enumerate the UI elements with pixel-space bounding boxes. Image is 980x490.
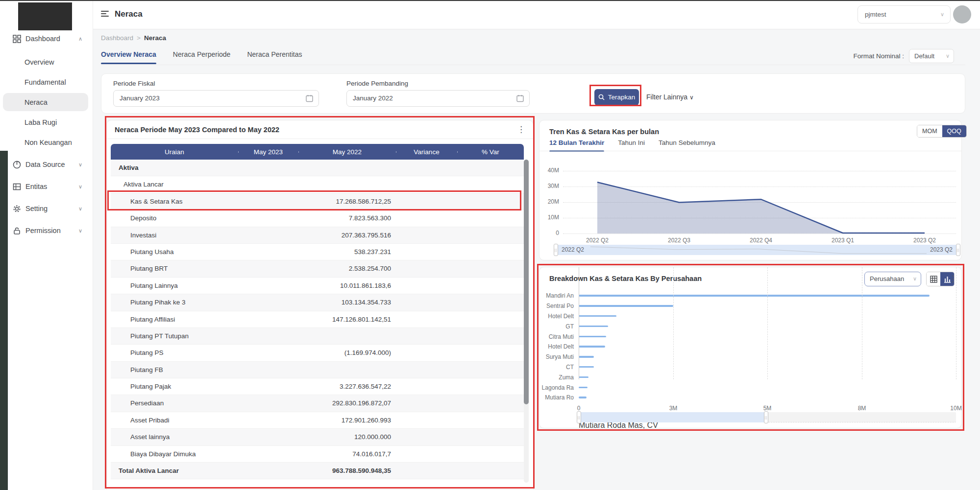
- bar-row[interactable]: CT: [539, 362, 956, 373]
- tab-tahun-ini[interactable]: Tahun Ini: [618, 139, 645, 151]
- table-row[interactable]: Piutang PT Tutupan: [111, 328, 524, 345]
- x-axis-tick: 0: [577, 405, 581, 412]
- periode-pembanding-input[interactable]: January 2022: [346, 90, 530, 107]
- table-row[interactable]: Aktiva: [111, 160, 524, 176]
- table-view-button[interactable]: [927, 272, 940, 286]
- row-label: Aktiva: [119, 164, 139, 171]
- table-row[interactable]: Piutang Lainnya10.011.861.183,6: [111, 278, 524, 294]
- slider-handle-right[interactable]: ||: [956, 244, 960, 256]
- column-header[interactable]: Uraian: [111, 148, 238, 156]
- table-row[interactable]: Piutang PS(1.169.974.000): [111, 345, 524, 361]
- slider-handle-left[interactable]: ||: [577, 411, 581, 423]
- bar[interactable]: [579, 397, 587, 398]
- avatar[interactable]: [953, 5, 971, 23]
- chevron-down-icon: ∨: [78, 162, 82, 168]
- bar-row[interactable]: Lagonda Ra: [539, 382, 956, 393]
- tab-overview-neraca[interactable]: Overview Neraca: [101, 50, 156, 64]
- bar[interactable]: [579, 356, 594, 358]
- sidebar-item-neraca[interactable]: Neraca: [24, 95, 48, 110]
- menu-icon[interactable]: [101, 11, 109, 18]
- sidebar-item-fundamental[interactable]: Fundamental: [24, 75, 66, 90]
- tab-neraca-perentitas[interactable]: Neraca Perentitas: [247, 50, 302, 64]
- column-header[interactable]: May 2023: [238, 148, 298, 156]
- row-label: Asset lainnya: [130, 433, 170, 441]
- sidebar-item-entitas[interactable]: Entitas ∨: [0, 179, 93, 194]
- table-row[interactable]: Biaya Dibayar Dimuka74.016.017,7: [111, 446, 524, 463]
- breadcrumb-root[interactable]: Dashboard: [101, 34, 133, 42]
- qoq-button[interactable]: QOQ: [942, 125, 966, 137]
- bar-row[interactable]: Hotel Delt: [539, 342, 956, 352]
- bar[interactable]: [579, 326, 608, 327]
- window-top-border: [0, 0, 980, 1]
- bar-row[interactable]: Surya Muti: [539, 352, 956, 362]
- column-header[interactable]: % Var: [457, 148, 524, 156]
- sidebar-item-data-source[interactable]: Data Source ∨: [0, 157, 93, 172]
- table-row[interactable]: Asset lainnya120.000.000: [111, 429, 524, 445]
- bar-row[interactable]: GT: [539, 321, 956, 331]
- bar[interactable]: [579, 295, 930, 297]
- table-row[interactable]: Asset Pribadi172.901.260.993: [111, 412, 524, 429]
- table-row[interactable]: Piutang Pajak3.227.636.547,22: [111, 378, 524, 395]
- bar-row[interactable]: Zuma: [539, 372, 956, 382]
- table-row[interactable]: Investasi207.363.795.516: [111, 227, 524, 244]
- bar-row[interactable]: Sentral Po: [539, 301, 956, 311]
- format-nominal-select[interactable]: Default ∨: [909, 49, 954, 63]
- column-header[interactable]: Variance: [396, 148, 457, 156]
- bar[interactable]: [579, 315, 616, 317]
- bar[interactable]: [579, 346, 605, 348]
- table-row[interactable]: Persediaan292.830.196.872,07: [111, 395, 524, 412]
- table-row[interactable]: Piutang Pihak ke 3103.134.354.733: [111, 294, 524, 311]
- trend-card: Tren Kas & Setara Kas per bulan MOM QOQ …: [539, 120, 962, 260]
- tab-12-bulan-terakhir[interactable]: 12 Bulan Terakhir: [549, 139, 604, 151]
- scrollbar-thumb[interactable]: [524, 160, 529, 404]
- sidebar-item-setting[interactable]: Setting ∨: [0, 201, 93, 216]
- terapkan-button[interactable]: Terapkan: [594, 89, 639, 105]
- row-value: 207.363.795.516: [297, 232, 391, 239]
- sidebar-item-permission[interactable]: Permission ∨: [0, 223, 93, 238]
- kebab-menu-icon[interactable]: ⋮: [949, 275, 957, 283]
- sidebar-item-label: Permission: [25, 227, 78, 234]
- row-label: Aktiva Lancar: [123, 181, 164, 188]
- kebab-menu-icon[interactable]: ⋮: [517, 125, 525, 134]
- perusahaan-select[interactable]: Perusahaan ∨: [864, 272, 921, 286]
- table-row[interactable]: Kas & Setara Kas17.268.586.712,25: [111, 193, 524, 210]
- tab-tahun-sebelumnya[interactable]: Tahun Sebelumnya: [659, 139, 715, 151]
- table-row[interactable]: Piutang Affiliasi147.126.801.142,51: [111, 311, 524, 328]
- bar[interactable]: [579, 336, 606, 338]
- periode-fiskal-input[interactable]: January 2023: [113, 90, 319, 107]
- slider-handle-left[interactable]: ||: [554, 244, 558, 256]
- bar-row[interactable]: Mutiara Ro: [539, 393, 956, 403]
- periode-pembanding-value: January 2022: [353, 94, 393, 102]
- sidebar-item-laba-rugi[interactable]: Laba Rugi: [24, 115, 57, 130]
- table-row[interactable]: Deposito7.823.563.300: [111, 210, 524, 227]
- bar[interactable]: [579, 376, 588, 378]
- user-dropdown[interactable]: pjmtest ∨: [858, 5, 951, 23]
- trend-range-slider[interactable]: || 2022 Q2 2023 Q2 ||: [555, 245, 959, 255]
- sidebar-item-overview[interactable]: Overview: [24, 55, 54, 70]
- table-row[interactable]: Total Aktiva Lancar963.788.590.948,35: [111, 463, 524, 479]
- row-label: Piutang Affiliasi: [130, 316, 175, 323]
- sidebar-item-dashboard[interactable]: Dashboard ∧: [0, 31, 93, 46]
- filter-lainnya-button[interactable]: Filter Lainnya ∨: [646, 93, 694, 101]
- tab-neraca-perperiode[interactable]: Neraca Perperiode: [173, 50, 231, 64]
- table-row[interactable]: Piutang BRT2.538.254.700: [111, 260, 524, 277]
- bar-row[interactable]: Mandiri An: [539, 291, 956, 301]
- slider-handle-middle[interactable]: ||: [764, 411, 768, 423]
- bar-row[interactable]: Hotel Delt: [539, 311, 956, 322]
- bar[interactable]: [579, 387, 588, 389]
- table-scrollbar[interactable]: [524, 160, 529, 483]
- bar[interactable]: [579, 366, 594, 368]
- bar-row[interactable]: Citra Muti: [539, 331, 956, 342]
- grid-window-icon: [13, 183, 21, 191]
- table-row[interactable]: Aktiva Lancar: [111, 176, 524, 193]
- breakdown-slider-selected[interactable]: [579, 412, 767, 422]
- breakdown-slider-track[interactable]: || Mandiri Andalan Karya || Mutiara Roda…: [579, 412, 956, 422]
- table-row[interactable]: Piutang FB: [111, 362, 524, 378]
- bar[interactable]: [579, 305, 673, 307]
- mom-button[interactable]: MOM: [917, 125, 942, 137]
- row-value: 292.830.196.872,07: [297, 399, 391, 407]
- column-header[interactable]: May 2022: [298, 148, 396, 156]
- sidebar-item-non-keuangan[interactable]: Non Keuangan: [24, 135, 72, 150]
- table-row[interactable]: Piutang Usaha538.237.231: [111, 244, 524, 260]
- sidebar-item-label: Data Source: [25, 161, 78, 168]
